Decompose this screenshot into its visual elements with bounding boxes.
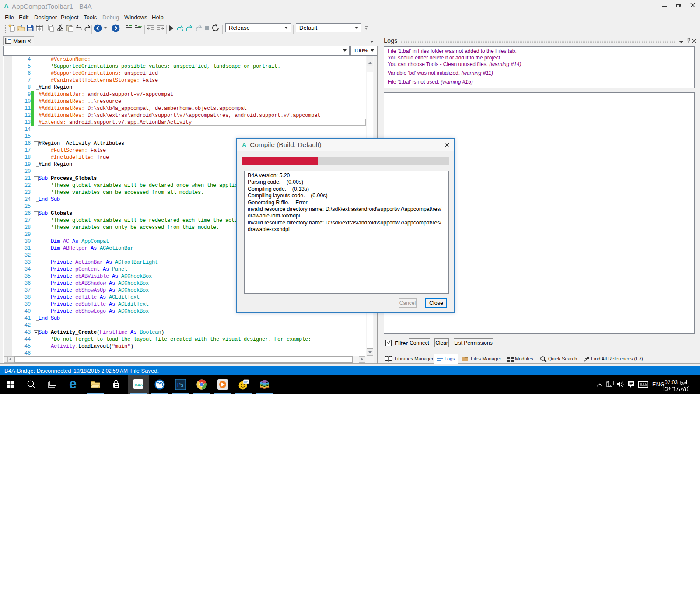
svg-text:Ps: Ps: [177, 382, 183, 388]
svg-text:2: 2: [139, 25, 140, 27]
